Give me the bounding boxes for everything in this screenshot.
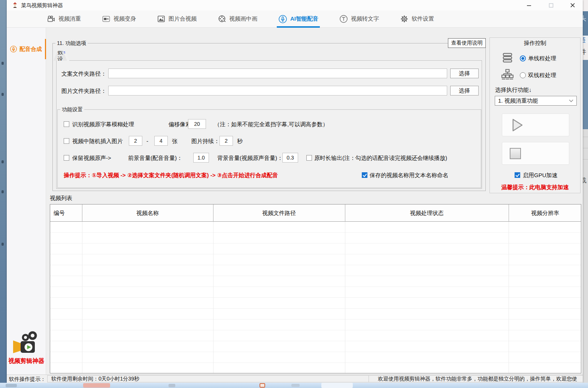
tab-label: 视频变身 (113, 15, 136, 22)
taskbar-fragment (6, 384, 17, 387)
random-image-insert-checkbox[interactable] (64, 138, 69, 144)
play-icon (510, 118, 524, 132)
image-count-max-input[interactable] (154, 136, 168, 146)
background-volume-input[interactable] (282, 153, 298, 163)
image-folder-label: 图片文件夹路径： (61, 88, 106, 94)
image-folder-path-input[interactable] (108, 86, 447, 96)
status-welcome-panel: 欢迎使用视频剪辑神器，软件功能非常多，功能都是独立分明的，操作简单，欢迎您使 (369, 375, 583, 382)
title-bar: 菜鸟视频剪辑神器 (7, 0, 583, 10)
column-header-video-name: 视频名称 (82, 204, 213, 222)
remaining-time-text: 软件使用剩余时间：0天0小时1分39秒 (48, 376, 139, 382)
function-select[interactable]: 1. 视频消重功能 (495, 96, 577, 106)
keep-original-audio-checkbox[interactable] (64, 155, 69, 161)
status-time-panel: 软件使用剩余时间：0天0小时1分39秒 (47, 375, 369, 382)
taskbar-fragment (321, 383, 353, 388)
desktop-fragment (1, 160, 4, 163)
choose-text-folder-button[interactable]: 选择 (450, 69, 479, 78)
sidebar-item-dubbing-synthesis[interactable]: 配音合成 (7, 37, 46, 61)
window-behind-fragment: 载 (583, 129, 588, 383)
tab-video-transform[interactable]: 视频变身 (102, 10, 136, 28)
window-behind-fragment: 件 (583, 43, 588, 60)
view-instructions-button[interactable]: 查看使用说明 (448, 38, 486, 48)
image-duration-input[interactable] (219, 136, 233, 146)
group-title: 功能设置 (60, 106, 84, 113)
subtitle-blur-checkbox[interactable] (64, 121, 69, 127)
minimize-button[interactable] (521, 0, 537, 10)
tab-label: 视频消重 (58, 15, 81, 22)
video-list-title: 视频列表 (50, 195, 72, 201)
tab-video-pip[interactable]: 视频画中画 (218, 10, 257, 28)
single-thread-radio[interactable] (520, 55, 526, 61)
tab-software-settings[interactable]: 软件设置 (400, 10, 434, 28)
column-header-process-status: 视频处理状态 (345, 204, 509, 222)
background-volume-label: 背景音量(视频原声音量)： (217, 155, 283, 161)
screen: 头 链 件 载 菜鸟视频剪辑神器 (0, 0, 588, 388)
image-icon (157, 15, 166, 23)
column-divider (213, 204, 213, 222)
dual-thread-radio[interactable] (520, 72, 526, 78)
close-button[interactable] (565, 0, 581, 10)
text-folder-path-input[interactable] (108, 69, 447, 78)
original-duration-label: 原时长输出(注：勾选的话配音读完视频还会继续播放) (314, 155, 447, 161)
select-function-label: 选择执行功能↓ (495, 87, 532, 93)
gpu-acceleration-checkbox[interactable] (515, 172, 520, 178)
microphone-icon (278, 15, 287, 24)
column-header-number: 编号 (50, 204, 82, 222)
background-left-strip (0, 0, 7, 388)
original-duration-checkbox[interactable] (306, 155, 312, 161)
video-list-body (50, 222, 581, 373)
taskbar-fragment (83, 383, 110, 388)
gear-icon (400, 15, 409, 23)
sidebar: 配音合成 视频剪辑神器 (7, 28, 46, 375)
stop-button[interactable] (502, 142, 569, 165)
operation-control-sidebox: 操作控制 单线程处理 双线程处理 选择执行功能↓ 1. 视频消重功能 (490, 37, 581, 193)
offset-pixels-input[interactable] (188, 119, 206, 129)
tab-ai-dubbing[interactable]: AI智能配音 (278, 10, 318, 28)
offset-note: （注：如果不能完全遮挡字幕,可以调高参数） (214, 121, 328, 128)
app-logo (12, 330, 41, 356)
operation-control-panel: 文案文件夹路径： 选择 图片文件夹路径： 选择 功能设置 识别视频原字幕模糊处理… (56, 60, 482, 189)
stop-icon (510, 148, 521, 159)
group-title: 11. 功能选项 (55, 40, 88, 46)
foreground-volume-input[interactable] (193, 153, 209, 163)
column-header-resolution: 视频分辨率 (509, 204, 582, 222)
background-taskbar (0, 383, 588, 388)
window-behind-fragment: 头 (583, 11, 588, 36)
window-behind-fragment (583, 0, 588, 11)
desktop-fragment (1, 190, 4, 193)
column-header-file-path: 视频文件路径 (213, 204, 345, 222)
text-circle-icon (339, 15, 348, 23)
text-folder-label: 文案文件夹路径： (61, 70, 106, 77)
gpu-support-note: 温馨提示：此电脑支持加速 (490, 184, 580, 191)
save-name-checkbox[interactable] (362, 172, 367, 178)
function-select-value: 1. 视频消重功能 (498, 97, 538, 104)
welcome-text: 欢迎使用视频剪辑神器，软件功能非常多，功能都是独立分明的，操作简单，欢迎您使 (369, 376, 577, 382)
image-count-unit: 张 (172, 138, 178, 145)
app-icon (12, 2, 18, 9)
tab-video-dedupe[interactable]: 视频消重 (47, 10, 81, 28)
desktop-fragment (1, 243, 4, 246)
movie-camera-icon (47, 15, 55, 23)
tab-label: 图片合视频 (169, 15, 197, 22)
clipped-text-fragment: 件 (583, 48, 586, 56)
maximize-button[interactable] (543, 0, 559, 10)
video-camera-icon (102, 15, 110, 23)
tab-image-to-video[interactable]: 图片合视频 (157, 10, 197, 28)
save-name-label: 保存的视频名称用文本名称命名 (370, 172, 448, 179)
image-duration-label: 图片持续： (191, 138, 219, 145)
gpu-acceleration-label: 启用GPU加速 (523, 172, 558, 179)
column-divider-body (509, 222, 509, 373)
minimize-icon (527, 3, 531, 8)
background-right-strip: 头 链 件 载 (583, 0, 588, 388)
window-title: 菜鸟视频剪辑神器 (21, 2, 63, 9)
top-nav: 视频消重 视频变身 图片合视频 (7, 10, 583, 28)
single-thread-icon (501, 51, 514, 64)
choose-image-folder-button[interactable]: 选择 (450, 86, 479, 96)
foreground-volume-label: 前景音量(配音音量)： (128, 155, 182, 161)
start-button[interactable] (502, 113, 569, 136)
video-list-header: 编号 视频名称 视频文件路径 视频处理状态 视频分辨率 (50, 204, 581, 222)
image-duration-unit: 秒 (237, 138, 243, 145)
image-count-min-input[interactable] (129, 136, 142, 146)
status-prefix: 软件操作提示： (9, 376, 46, 383)
tab-video-to-text[interactable]: 视频转文字 (339, 10, 379, 28)
